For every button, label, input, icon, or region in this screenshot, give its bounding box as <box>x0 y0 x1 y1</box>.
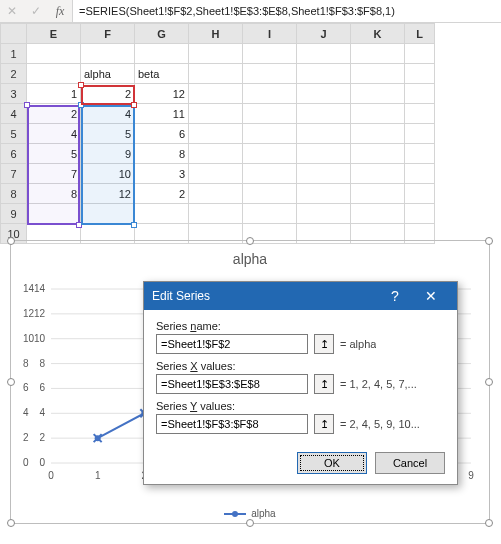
y-tick-label: 8 <box>23 358 41 369</box>
cell-G8[interactable]: 2 <box>135 184 189 204</box>
edit-series-dialog: Edit Series ? ✕ Series name: =Sheet1!$F$… <box>143 281 458 485</box>
series-name-label: Series name: <box>156 320 445 332</box>
rowhead-6[interactable]: 6 <box>1 144 27 164</box>
y-tick-label: 6 <box>23 382 41 393</box>
spreadsheet-grid: E F G H I J K L 1 2alphabeta 31212 42411… <box>0 23 501 244</box>
cell-G1[interactable] <box>135 44 189 64</box>
rowhead-3[interactable]: 3 <box>1 84 27 104</box>
series-y-result: = 2, 4, 5, 9, 10... <box>340 418 420 430</box>
cell-E8[interactable]: 8 <box>27 184 81 204</box>
y-tick-label: 2 <box>23 432 41 443</box>
cell-F6[interactable]: 9 <box>81 144 135 164</box>
legend-marker-icon <box>224 513 246 515</box>
accept-formula-icon[interactable]: ✓ <box>24 0 48 22</box>
cell-G3[interactable]: 12 <box>135 84 189 104</box>
cell-F5[interactable]: 5 <box>81 124 135 144</box>
colhead-E[interactable]: E <box>27 24 81 44</box>
y-tick-label: 10 <box>23 333 41 344</box>
cell-E7[interactable]: 7 <box>27 164 81 184</box>
rowhead-1[interactable]: 1 <box>1 44 27 64</box>
rowhead-8[interactable]: 8 <box>1 184 27 204</box>
cell-E6[interactable]: 5 <box>27 144 81 164</box>
formula-bar: ✕ ✓ fx =SERIES(Sheet1!$F$2,Sheet1!$E$3:$… <box>0 0 501 23</box>
collapse-dialog-icon[interactable]: ↥ <box>314 334 334 354</box>
rowhead-9[interactable]: 9 <box>1 204 27 224</box>
cell-G2[interactable]: beta <box>135 64 189 84</box>
y-tick-label: 14 <box>23 283 41 294</box>
rowhead-7[interactable]: 7 <box>1 164 27 184</box>
series-y-input[interactable]: =Sheet1!$F$3:$F$8 <box>156 414 308 434</box>
cell-F1[interactable] <box>81 44 135 64</box>
cell-E5[interactable]: 4 <box>27 124 81 144</box>
cell-G4[interactable]: 11 <box>135 104 189 124</box>
cell-E4[interactable]: 2 <box>27 104 81 124</box>
y-tick-label: 4 <box>23 407 41 418</box>
colhead-H[interactable]: H <box>189 24 243 44</box>
colhead-J[interactable]: J <box>297 24 351 44</box>
series-name-input[interactable]: =Sheet1!$F$2 <box>156 334 308 354</box>
cell-F2[interactable]: alpha <box>81 64 135 84</box>
cell-E2[interactable] <box>27 64 81 84</box>
y-tick-label: 0 <box>23 457 41 468</box>
cancel-formula-icon[interactable]: ✕ <box>0 0 24 22</box>
rowhead-5[interactable]: 5 <box>1 124 27 144</box>
ok-button[interactable]: OK <box>297 452 367 474</box>
fx-icon[interactable]: fx <box>48 0 72 22</box>
cell-E1[interactable] <box>27 44 81 64</box>
rowhead-4[interactable]: 4 <box>1 104 27 124</box>
dialog-title: Edit Series <box>152 289 210 303</box>
close-icon[interactable]: ✕ <box>413 288 449 304</box>
svg-text:0: 0 <box>48 470 54 481</box>
series-x-input[interactable]: =Sheet1!$E$3:$E$8 <box>156 374 308 394</box>
y-tick-label: 12 <box>23 308 41 319</box>
sheet-table: E F G H I J K L 1 2alphabeta 31212 42411… <box>0 23 435 244</box>
series-x-label: Series X values: <box>156 360 445 372</box>
rowhead-2[interactable]: 2 <box>1 64 27 84</box>
collapse-dialog-icon[interactable]: ↥ <box>314 414 334 434</box>
series-y-label: Series Y values: <box>156 400 445 412</box>
colhead-F[interactable]: F <box>81 24 135 44</box>
series-x-result: = 1, 2, 4, 5, 7,... <box>340 378 417 390</box>
colhead-G[interactable]: G <box>135 24 189 44</box>
legend-label: alpha <box>251 508 275 519</box>
cell-F7[interactable]: 10 <box>81 164 135 184</box>
cell-G7[interactable]: 3 <box>135 164 189 184</box>
cell-G5[interactable]: 6 <box>135 124 189 144</box>
cell-F3[interactable]: 2 <box>81 84 135 104</box>
cell-E3[interactable]: 1 <box>27 84 81 104</box>
chart-legend[interactable]: alpha <box>11 508 489 519</box>
select-all-corner[interactable] <box>1 24 27 44</box>
cell-F4[interactable]: 4 <box>81 104 135 124</box>
help-icon[interactable]: ? <box>377 288 413 304</box>
svg-point-28 <box>95 435 101 441</box>
colhead-L[interactable]: L <box>405 24 435 44</box>
svg-text:9: 9 <box>468 470 474 481</box>
series-name-result: = alpha <box>340 338 376 350</box>
collapse-dialog-icon[interactable]: ↥ <box>314 374 334 394</box>
dialog-titlebar[interactable]: Edit Series ? ✕ <box>144 282 457 310</box>
cell-F8[interactable]: 12 <box>81 184 135 204</box>
colhead-I[interactable]: I <box>243 24 297 44</box>
cell-G6[interactable]: 8 <box>135 144 189 164</box>
colhead-K[interactable]: K <box>351 24 405 44</box>
cancel-button[interactable]: Cancel <box>375 452 445 474</box>
formula-input[interactable]: =SERIES(Sheet1!$F$2,Sheet1!$E$3:$E$8,She… <box>72 0 501 22</box>
svg-text:1: 1 <box>95 470 101 481</box>
